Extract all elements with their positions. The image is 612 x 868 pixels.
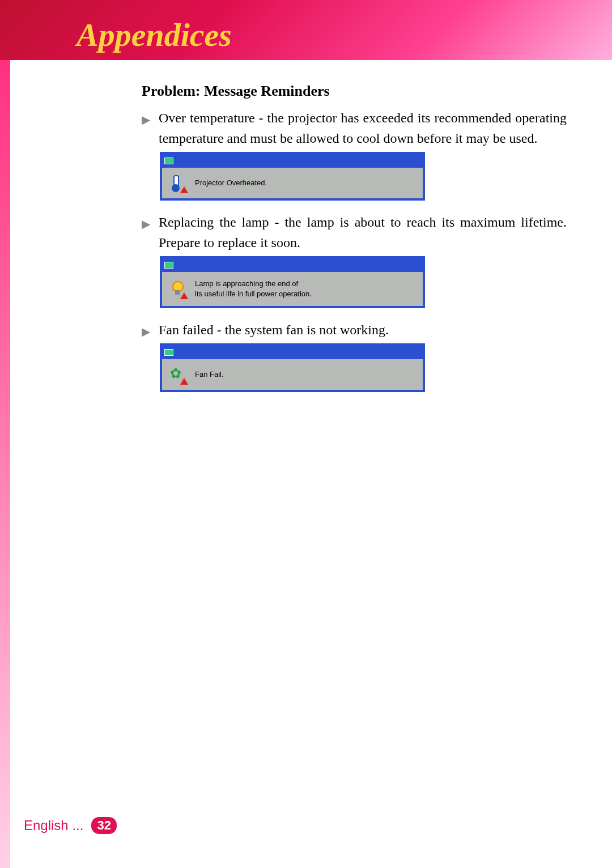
content-area: Problem: Message Reminders ▶ Over temper… <box>0 60 612 392</box>
dialog-message-text: Projector Overheated. <box>195 178 267 188</box>
left-gradient-stripe <box>0 60 10 868</box>
section-heading: Problem: Message Reminders <box>142 80 567 102</box>
fan-icon <box>170 367 186 382</box>
bullet-text: Fan failed - the system fan is not worki… <box>159 320 567 340</box>
header-title: Appendices <box>76 16 232 54</box>
dialog-titlebar <box>162 346 423 359</box>
dialog-message-text: Lamp is approaching the end ofits useful… <box>195 279 312 299</box>
warning-triangle-icon <box>180 378 188 385</box>
footer-language: English ... <box>24 818 83 833</box>
message-dialog-lamp: Lamp is approaching the end ofits useful… <box>160 256 425 308</box>
bullet-arrow-icon: ▶ <box>142 108 153 148</box>
page-number-pill: 32 <box>91 817 116 834</box>
bullet-item: ▶ Replacing the lamp - the lamp is about… <box>142 212 567 253</box>
dialog-body: Projector Overheated. <box>162 168 423 198</box>
page-footer: English ... 32 <box>24 817 117 834</box>
bullet-text: Over temperature - the projector has exc… <box>159 108 567 148</box>
projector-icon <box>164 349 173 356</box>
header-band: Appendices <box>0 0 612 60</box>
bullet-arrow-icon: ▶ <box>142 212 153 253</box>
bullet-item: ▶ Over temperature - the projector has e… <box>142 108 567 148</box>
bullet-text: Replacing the lamp - the lamp is about t… <box>159 212 567 253</box>
dialog-titlebar <box>162 154 423 168</box>
dialog-body: Fan Fail. <box>162 359 423 390</box>
bullet-item: ▶ Fan failed - the system fan is not wor… <box>142 320 567 340</box>
bullet-arrow-icon: ▶ <box>142 320 153 340</box>
message-dialog-overheat: Projector Overheated. <box>160 152 425 201</box>
thermometer-icon <box>170 175 186 191</box>
warning-triangle-icon <box>180 186 188 193</box>
projector-icon <box>164 262 173 269</box>
lamp-icon <box>170 281 186 297</box>
dialog-message-text: Fan Fail. <box>195 369 224 380</box>
dialog-body: Lamp is approaching the end ofits useful… <box>162 272 423 306</box>
warning-triangle-icon <box>180 292 188 299</box>
projector-icon <box>164 158 173 164</box>
dialog-titlebar <box>162 258 423 272</box>
message-dialog-fan: Fan Fail. <box>160 343 425 392</box>
